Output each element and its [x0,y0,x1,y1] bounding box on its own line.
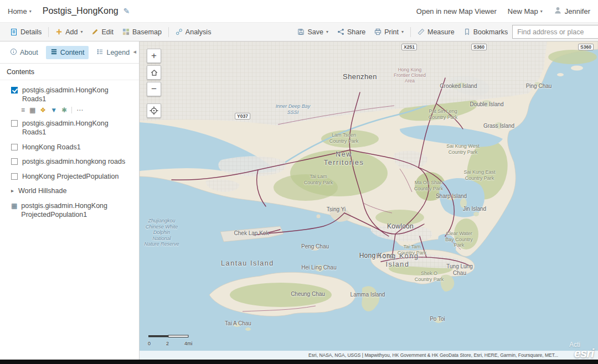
layer-item[interactable]: HongKong Roads1 [0,139,139,154]
add-button[interactable]: Add ▾ [51,23,87,41]
app-header: Home ▾ Postgis_HongKong ✎ Open in new Ma… [0,0,598,22]
measure-label: Measure [427,28,455,36]
zoom-out-button[interactable]: − [147,82,161,96]
layer-item[interactable]: HongKong ProjectedPopulation [0,169,139,184]
edit-label: Edit [101,28,114,36]
bookmarks-button[interactable]: Bookmarks [459,23,513,41]
bookmark-icon [463,28,471,35]
legend-icon[interactable]: ≡ [21,107,25,113]
user-name: Jennifer [565,7,590,15]
map-attribution: Esri, NASA, NGA, USGS | Mapwithyou, HK G… [140,351,598,360]
open-new-map-viewer-link[interactable]: Open in new Map Viewer [416,7,497,15]
chevron-down-icon: ▾ [326,29,328,34]
layer-label: World Hillshade [18,187,66,196]
tab-content-label: Content [60,49,85,56]
chevron-down-icon: ▾ [401,29,404,34]
chevron-down-icon: ▾ [29,9,32,14]
layer-checkbox[interactable] [11,144,18,150]
layer-checkbox[interactable] [11,158,18,165]
print-label: Print [384,28,399,36]
zoom-in-button[interactable]: + [147,49,161,63]
layer-item[interactable]: postgis.gisadmin.hongkong roads [0,154,139,169]
layers-icon [50,48,58,57]
tab-legend[interactable]: Legend [92,46,134,59]
map-canvas[interactable]: ShenzhenHong Kong Frontier Closed AreaCr… [140,41,598,360]
chevron-down-icon: ▾ [540,9,543,14]
page-title: Postgis_HongKong [43,6,118,16]
layer-checkbox[interactable] [11,120,18,127]
layer-label: postgis.gisadmin.HongKong ProjectedPopul… [21,202,133,219]
layer-label: HongKong ProjectedPopulation [22,173,118,181]
map-controls: + − [147,49,161,118]
arcgis-map-viewer: Home ▾ Postgis_HongKong ✎ Open in new Ma… [0,0,598,364]
edit-icon [91,28,99,35]
measure-icon [417,28,425,35]
contents-heading: Contents [0,64,139,80]
add-icon [55,28,63,35]
save-button[interactable]: Save ▾ [293,23,333,41]
table-icon[interactable]: ▦ [29,107,35,113]
home-extent-button[interactable] [147,65,161,80]
layer-tools: ≡▦❖▼✱⋯ [0,106,139,116]
basemap-button[interactable]: Basemap [118,23,166,41]
layer-item[interactable]: ▸World Hillshade [0,183,139,198]
user-menu[interactable]: Jennifer [554,6,590,16]
new-map-label: New Map [508,7,538,15]
layers-list: postgis.gisadmin.HongKong Roads1≡▦❖▼✱⋯po… [0,80,139,221]
share-button[interactable]: Share [333,23,370,41]
basemap-icon [122,28,130,35]
share-icon [337,28,344,35]
search-input[interactable] [513,25,598,38]
scale-mid: 2 [166,341,184,346]
edit-title-icon[interactable]: ✎ [123,7,130,15]
measure-button[interactable]: Measure [413,23,459,41]
tab-legend-label: Legend [106,49,130,56]
scale-end: 4mi [184,341,193,346]
layer-item[interactable]: postgis.gisadmin.HongKong Roads1 [0,82,139,106]
analysis-button[interactable]: Analysis [171,23,216,41]
info-icon [10,48,17,57]
home-menu[interactable]: Home ▾ [8,7,32,15]
sidebar-tabs: About Content Legend [0,41,139,64]
new-map-menu[interactable]: New Map ▾ [508,7,543,15]
table-layer-icon: ▦ [11,202,17,210]
layer-label: HongKong Roads1 [22,143,81,152]
search-box [512,25,598,39]
analysis-icon [176,28,183,35]
collapse-sidebar-icon[interactable]: ◂ [133,48,136,55]
tab-about-label: About [20,49,38,56]
legend-list-icon [96,48,104,57]
layer-label: postgis.gisadmin.HongKong Roads1 [22,86,133,103]
cluster-icon[interactable]: ✱ [61,107,67,113]
more-options-icon[interactable]: ⋯ [71,107,83,113]
basemap-graphic [140,41,598,360]
user-avatar-icon [554,6,562,16]
edit-button[interactable]: Edit [87,23,118,41]
layer-label: postgis.gisadmin.HongKong Roads1 [22,119,133,137]
chevron-down-icon: ▾ [80,29,83,34]
layer-label: postgis.gisadmin.hongkong roads [22,158,125,167]
scale-start: 0 [148,341,166,346]
share-label: Share [347,28,365,36]
layer-checkbox[interactable] [11,173,18,180]
save-icon [297,28,305,35]
home-label: Home [8,7,27,15]
basemap-label: Basemap [132,28,162,36]
find-my-location-button[interactable] [147,103,161,118]
details-button[interactable]: Details [6,23,46,41]
tab-content[interactable]: Content [46,46,89,59]
scale-bar: 0 2 4mi [148,332,199,346]
save-label: Save [307,28,323,36]
details-icon [10,28,18,36]
details-label: Details [20,28,42,36]
change-style-icon[interactable]: ❖ [40,107,46,113]
esri-logo: esri [574,346,594,360]
filter-icon[interactable]: ▼ [50,107,57,113]
layer-item[interactable]: ▦postgis.gisadmin.HongKong ProjectedPopu… [0,198,139,221]
print-button[interactable]: Print ▾ [370,23,408,41]
expand-arrow-icon[interactable]: ▸ [11,188,14,195]
tab-about[interactable]: About [6,46,43,59]
layer-item[interactable]: postgis.gisadmin.HongKong Roads1 [0,116,139,139]
map-toolbar: Details Add ▾ Edit Basemap Analysis Save… [0,22,598,41]
layer-checkbox[interactable] [11,87,18,93]
